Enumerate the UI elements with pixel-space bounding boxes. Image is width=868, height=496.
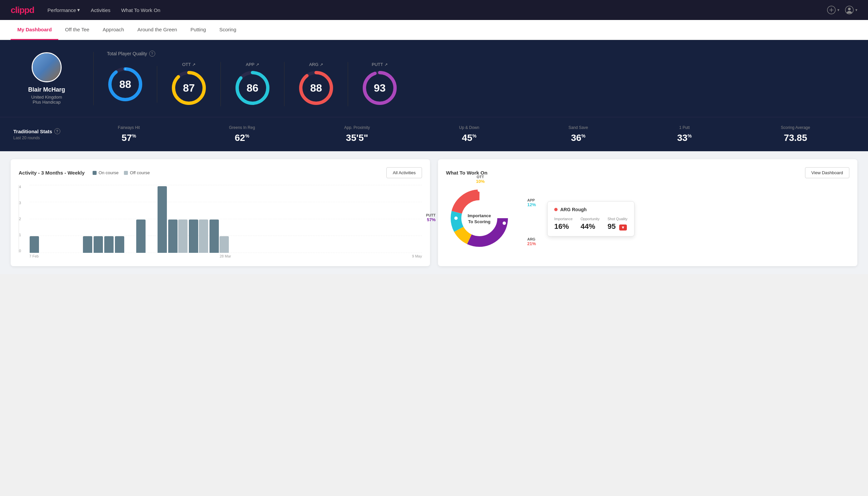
- tab-off-the-tee[interactable]: Off the Tee: [58, 20, 96, 40]
- ring-arg: 88: [298, 69, 334, 106]
- svg-point-21: [500, 202, 504, 205]
- stat-greens-in-reg: Greens In Reg 62%: [229, 125, 255, 143]
- svg-point-22: [503, 221, 506, 225]
- player-handicap: Plus Handicap: [33, 99, 61, 105]
- score-app: APP ↗ 86: [221, 62, 284, 106]
- on-course-bar: [94, 236, 103, 253]
- user-menu-button[interactable]: ▾: [845, 5, 857, 15]
- ott-label: OTT ↗: [182, 62, 195, 67]
- bar-group: [51, 252, 60, 253]
- tpq-help-icon[interactable]: ?: [149, 51, 155, 57]
- score-putt: PUTT ↗ 93: [348, 62, 411, 106]
- stat-1-putt: 1 Putt 33%: [677, 125, 692, 143]
- bars: [30, 186, 422, 253]
- shot-quality-badge: ▼: [619, 224, 627, 231]
- what-card-header: What To Work On View Dashboard: [446, 167, 849, 178]
- bar-group: [104, 236, 114, 253]
- tab-my-dashboard[interactable]: My Dashboard: [11, 20, 58, 40]
- score-arg: ARG ↗ 88: [284, 62, 348, 106]
- on-course-bar: [209, 219, 219, 253]
- ring-overall: 88: [107, 66, 144, 103]
- putt-label: PUTT ↗: [372, 62, 388, 67]
- nav-what-to-work-on[interactable]: What To Work On: [121, 7, 160, 13]
- bar-group: [158, 186, 167, 253]
- bar-group: [147, 252, 156, 253]
- bar-group: [168, 219, 188, 253]
- stats-area: Total Player Quality ? 88 OTT ↗: [107, 51, 855, 106]
- empty-bar: [51, 252, 60, 253]
- what-right: ARG Rough Importance 16% Opportunity 44%…: [547, 201, 849, 236]
- what-to-work-on-card: What To Work On View Dashboard PUTT 57% …: [438, 159, 857, 266]
- empty-bar: [72, 252, 82, 253]
- bar-group: [83, 236, 92, 253]
- on-course-bar: [30, 236, 39, 253]
- popup-stats: Importance 16% Opportunity 44% Shot Qual…: [554, 217, 628, 231]
- legend-on-course: On course: [93, 170, 119, 175]
- avatar: [32, 52, 62, 82]
- tab-approach[interactable]: Approach: [96, 20, 130, 40]
- ott-donut-label: OTT 10%: [476, 175, 485, 184]
- bar-group: [72, 252, 82, 253]
- score-ott: OTT ↗ 87: [157, 62, 221, 106]
- ring-app: 86: [234, 69, 271, 106]
- empty-bar: [62, 252, 71, 253]
- popup-card: ARG Rough Importance 16% Opportunity 44%…: [547, 201, 634, 236]
- tab-around-the-green[interactable]: Around the Green: [130, 20, 184, 40]
- donut-chart-wrap: PUTT 57% OTT 10% APP 12% ARG: [446, 185, 512, 253]
- tabs-bar: My Dashboard Off the Tee Approach Around…: [0, 20, 868, 40]
- bar-group: [189, 219, 208, 253]
- player-name: Blair McHarg: [28, 86, 65, 93]
- activity-card-header: Activity - 3 Months - Weekly On course O…: [19, 167, 422, 178]
- add-button[interactable]: ▾: [827, 5, 839, 15]
- trad-stats-items: Fairways Hit 57% Greens In Reg 62% App. …: [73, 125, 855, 143]
- tab-scoring[interactable]: Scoring: [212, 20, 243, 40]
- svg-point-20: [478, 188, 481, 192]
- app-value: 86: [247, 82, 258, 94]
- svg-point-4: [848, 7, 851, 10]
- tab-putting[interactable]: Putting: [184, 20, 213, 40]
- on-course-dot: [93, 171, 97, 175]
- arg-value: 88: [310, 82, 322, 94]
- app-donut-label: APP 12%: [527, 198, 536, 207]
- arg-label: ARG ↗: [309, 62, 323, 67]
- tpq-label: Total Player Quality ?: [107, 51, 855, 57]
- view-dashboard-button[interactable]: View Dashboard: [805, 167, 849, 178]
- svg-point-23: [454, 217, 458, 220]
- bar-group: [94, 236, 103, 253]
- top-nav: clippd Performance ▾ Activities What To …: [0, 0, 868, 20]
- stat-sand-save: Sand Save 36%: [569, 125, 588, 143]
- empty-bar: [40, 252, 50, 253]
- popup-shot-quality: Shot Quality 95 ▼: [607, 217, 628, 231]
- nav-performance[interactable]: Performance ▾: [48, 7, 80, 13]
- popup-title: ARG Rough: [554, 207, 628, 212]
- bar-group: [126, 252, 135, 253]
- stat-scoring-average: Scoring Average 73.85: [781, 125, 810, 143]
- empty-bar: [147, 252, 156, 253]
- ring-ott: 87: [171, 69, 207, 106]
- chart-area: 4 3 2 1 0: [19, 185, 422, 253]
- legend-off-course: Off course: [124, 170, 150, 175]
- bar-group: [136, 219, 145, 253]
- on-course-bar: [115, 236, 124, 253]
- on-course-bar: [83, 236, 92, 253]
- ott-value: 87: [183, 82, 195, 94]
- putt-donut-label: PUTT 57%: [426, 213, 436, 222]
- off-course-bar: [220, 236, 229, 253]
- nav-right: ▾ ▾: [827, 5, 857, 15]
- bar-group: [209, 219, 229, 253]
- all-activities-button[interactable]: All Activities: [386, 167, 422, 178]
- trad-help-icon[interactable]: ?: [54, 128, 60, 134]
- app-arrow-icon: ↗: [256, 62, 259, 67]
- traditional-stats: Traditional Stats ? Last 20 rounds Fairw…: [0, 117, 868, 151]
- nav-activities[interactable]: Activities: [91, 7, 110, 13]
- donut-center-label: ImportanceTo Scoring: [468, 213, 491, 225]
- stat-up-and-down: Up & Down 45%: [459, 125, 479, 143]
- activity-bar-chart: 4 3 2 1 0 7 Feb 28: [19, 185, 422, 258]
- activity-card: Activity - 3 Months - Weekly On course O…: [11, 159, 430, 266]
- score-circles: 88 OTT ↗ 87 APP: [107, 62, 855, 106]
- score-overall: 88: [107, 66, 157, 103]
- on-course-bar: [136, 219, 145, 253]
- ring-putt: 93: [361, 69, 398, 106]
- vertical-divider: [93, 52, 94, 105]
- y-axis-labels: 4 3 2 1 0: [19, 185, 21, 253]
